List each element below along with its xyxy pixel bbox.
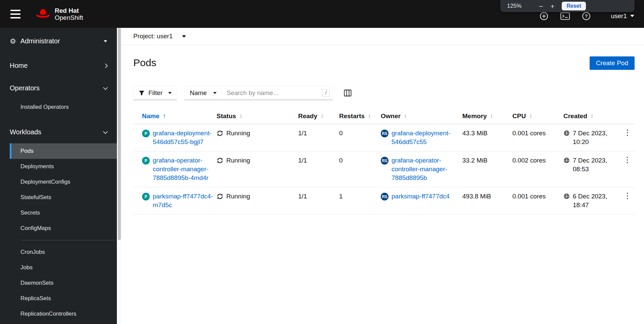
column-label: Created (563, 112, 587, 120)
actions-cell: ⋮ (620, 187, 635, 201)
replicaset-badge: RS (381, 193, 388, 200)
created-text: 7 Dec 2023, 08:53 (573, 156, 616, 174)
cpu-cell: 0.001 cores (512, 187, 563, 205)
zoom-out-button[interactable]: − (536, 3, 546, 10)
table-row: P grafana-deployment-546dd57c55-bgjl7 Ru… (133, 124, 635, 151)
restarts-cell: 0 (339, 124, 381, 142)
sort-ascending-icon: ↑ (163, 112, 166, 120)
column-label: CPU (512, 112, 526, 120)
search-field: / (222, 86, 333, 100)
chevron-down-icon (168, 92, 172, 94)
sidebar-item-configmaps[interactable]: ConfigMaps (10, 221, 117, 236)
scrollbar-thumb[interactable] (118, 28, 121, 240)
globe-icon (563, 130, 570, 146)
sort-icon: ↕ (591, 113, 594, 120)
sidebar-item-secrets[interactable]: Secrets (10, 205, 117, 221)
sidebar-item-replicasets[interactable]: ReplicaSets (10, 291, 117, 306)
sidebar-item-deploymentconfigs[interactable]: DeploymentConfigs (10, 174, 117, 190)
sidebar-item-cronjobs[interactable]: CronJobs (10, 244, 117, 260)
column-header-restarts[interactable]: Restarts ↕ (339, 108, 381, 124)
pod-link[interactable]: parksmap-ff7477dc4-m7d5c (153, 192, 213, 210)
sidebar-item-deployments[interactable]: Deployments (10, 159, 117, 174)
created-text: 7 Dec 2023, 10:20 (573, 129, 616, 146)
sidebar-item-statefulsets[interactable]: StatefulSets (10, 190, 117, 205)
sync-icon (217, 157, 223, 165)
sidebar-item-installed-operators[interactable]: Installed Operators (10, 99, 117, 115)
column-header-ready[interactable]: Ready ↕ (298, 108, 339, 124)
sidebar-item-daemonsets[interactable]: DaemonSets (10, 275, 117, 291)
sidebar-scrollbar[interactable] (117, 28, 121, 324)
sidebar-item-workloads[interactable]: Workloads (0, 121, 117, 143)
project-bar: Project: user1 (121, 28, 644, 45)
brand-logo[interactable]: Red Hat OpenShift (35, 7, 83, 21)
memory-cell: 33.2 MiB (462, 151, 512, 170)
redhat-fedora-icon (35, 8, 51, 20)
kebab-menu-button[interactable]: ⋮ (620, 191, 635, 201)
main-content: Project: user1 Pods Create Pod Filter (121, 28, 644, 324)
column-header-name[interactable]: Name ↑ (133, 108, 217, 124)
sidebar-item-jobs[interactable]: Jobs (10, 260, 117, 275)
sidebar-item-replicationcontrollers[interactable]: ReplicationControllers (10, 306, 117, 322)
create-pod-button[interactable]: Create Pod (590, 56, 635, 70)
column-header-cpu[interactable]: CPU ↕ (512, 108, 563, 124)
status-cell: Running (217, 187, 298, 205)
actions-cell: ⋮ (620, 151, 635, 165)
pod-name-cell: P grafana-operator-controller-manager-78… (133, 151, 217, 187)
kebab-menu-button[interactable]: ⋮ (620, 155, 635, 165)
column-header-created[interactable]: Created ↕ (563, 108, 620, 124)
column-header-memory[interactable]: Memory ↕ (462, 108, 512, 124)
chevron-down-icon (630, 15, 634, 17)
globe-icon (563, 157, 570, 174)
owner-cell: RS grafana-operator-controller-manager-7… (381, 151, 462, 187)
owner-link[interactable]: parksmap-ff7477dc4 (392, 192, 450, 201)
zoom-in-button[interactable]: + (548, 3, 557, 10)
pod-link[interactable]: grafana-operator-controller-manager-7885… (153, 156, 213, 182)
sort-icon: ↕ (404, 113, 407, 120)
page-header: Pods Create Pod (121, 45, 644, 70)
sort-icon: ↕ (368, 113, 371, 120)
browser-zoom-popup: 125% − + Reset (500, 0, 635, 12)
owner-link[interactable]: grafana-operator-controller-manager-7885… (392, 156, 459, 182)
project-selector[interactable]: Project: user1 (133, 33, 186, 40)
globe-icon (563, 193, 570, 210)
column-label: Name (142, 112, 159, 120)
gear-icon: ⚙ (10, 38, 16, 45)
masthead: Red Hat OpenShift ? (0, 0, 644, 28)
nav-toggle-button[interactable] (10, 8, 21, 20)
sidebar-item-pods[interactable]: Pods (10, 143, 117, 159)
chevron-right-icon (103, 63, 108, 68)
kebab-menu-button[interactable]: ⋮ (620, 128, 635, 138)
pods-table: Name ↑ Status ↕ Ready ↕ Restarts ↕ (133, 108, 635, 215)
replicaset-badge: RS (381, 157, 388, 165)
chevron-down-icon (103, 85, 108, 90)
sidebar-item-home[interactable]: Home (0, 54, 117, 77)
openshift-console: Red Hat OpenShift ? (0, 0, 644, 324)
chevron-down-icon (182, 35, 186, 38)
terminal-button[interactable] (560, 12, 570, 20)
help-button[interactable]: ? (582, 12, 591, 20)
restarts-cell: 1 (339, 187, 381, 205)
chevron-down-icon (213, 92, 217, 94)
owner-cell: RS parksmap-ff7477dc4 (381, 187, 462, 205)
created-cell: 6 Dec 2023, 18:47 (563, 187, 620, 214)
filter-dropdown[interactable]: Filter (133, 86, 177, 100)
sidebar-nav: ⚙ Administrator Home Operators Installed… (0, 28, 117, 324)
pod-link[interactable]: grafana-deployment-546dd57c55-bgjl7 (153, 129, 213, 146)
sidebar-item-operators[interactable]: Operators (0, 77, 117, 99)
search-input[interactable] (222, 86, 333, 100)
sort-icon: ↕ (239, 113, 242, 120)
column-header-status[interactable]: Status ↕ (217, 108, 298, 124)
column-header-owner[interactable]: Owner ↕ (381, 108, 462, 124)
quick-create-button[interactable] (540, 12, 548, 20)
sync-icon (217, 193, 223, 201)
nav-divider (20, 240, 115, 240)
owner-link[interactable]: grafana-deployment-546dd57c55 (392, 129, 459, 146)
zoom-level: 125% (507, 3, 521, 9)
pod-badge: P (142, 193, 150, 200)
user-menu[interactable]: user1 (611, 12, 634, 20)
perspective-switcher[interactable]: ⚙ Administrator (0, 28, 117, 54)
search-attribute-dropdown[interactable]: Name (184, 86, 222, 100)
column-management-button[interactable] (344, 90, 352, 96)
zoom-reset-button[interactable]: Reset (562, 2, 586, 10)
column-label: Memory (462, 112, 487, 120)
